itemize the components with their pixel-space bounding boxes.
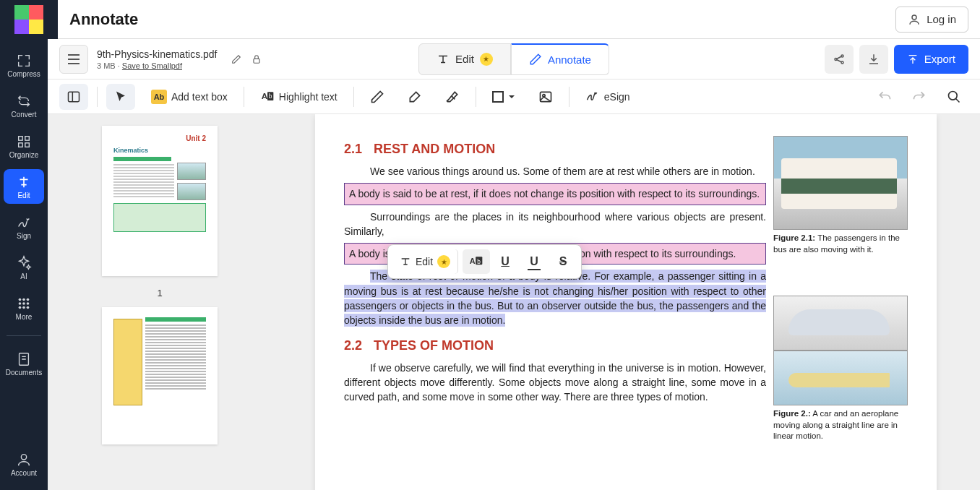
share-button[interactable] xyxy=(825,45,854,74)
nav-edit[interactable]: Edit xyxy=(4,169,44,204)
svg-rect-4 xyxy=(25,142,30,147)
pen-tool[interactable] xyxy=(363,84,392,110)
svg-point-15 xyxy=(21,454,26,459)
nav-account[interactable]: Account xyxy=(4,447,44,481)
top-bar: Annotate Log in xyxy=(0,0,980,39)
svg-point-18 xyxy=(841,55,843,57)
ab-icon: Ab xyxy=(151,90,167,104)
thumb-page-number: 1 xyxy=(157,288,162,298)
svg-point-17 xyxy=(835,58,837,60)
save-link[interactable]: Save to Smallpdf xyxy=(122,61,182,70)
app-logo[interactable] xyxy=(0,0,58,39)
chevron-down-icon xyxy=(508,93,515,100)
thumbnail-page-2[interactable] xyxy=(102,307,218,444)
premium-badge-icon: ★ xyxy=(437,255,450,268)
svg-point-5 xyxy=(19,298,22,301)
float-underline2-button[interactable]: U xyxy=(520,249,548,274)
figure-caption: Figure 2.: A car and an aeroplane moving… xyxy=(773,408,908,442)
figure-image-bus xyxy=(773,136,908,230)
svg-text:A: A xyxy=(470,257,476,265)
menu-button[interactable] xyxy=(59,45,88,74)
svg-point-9 xyxy=(22,302,25,305)
eraser-tool[interactable] xyxy=(438,84,467,110)
paragraph: If we observe carefully, we will find th… xyxy=(344,361,766,405)
text-icon xyxy=(400,256,411,267)
download-button[interactable] xyxy=(859,45,888,74)
file-info: 9th-Physics-kinematics.pdf 3 MB · Save t… xyxy=(97,48,218,70)
nav-sign[interactable]: Sign xyxy=(4,210,44,244)
svg-rect-3 xyxy=(19,142,23,147)
highlighted-box[interactable]: A body is said to be at rest, if it does… xyxy=(344,183,766,205)
paragraph: We see various things around us. Some of… xyxy=(344,164,766,179)
toggle-panel-button[interactable] xyxy=(59,84,88,110)
lock-button[interactable] xyxy=(246,49,267,69)
side-nav: Compress Convert Organize Edit Sign AI M… xyxy=(0,39,48,490)
image-tool[interactable] xyxy=(531,84,560,110)
paragraph: Surroundings are the places in its neigh… xyxy=(344,210,766,239)
highlight-icon: Ab xyxy=(260,90,275,103)
svg-point-10 xyxy=(27,302,30,305)
page-title: Annotate xyxy=(69,10,138,29)
document-page: 2.1 REST AND MOTION We see various thing… xyxy=(315,114,937,490)
tab-edit[interactable]: Edit ★ xyxy=(418,43,511,75)
nav-more[interactable]: More xyxy=(4,291,44,325)
svg-point-7 xyxy=(27,298,30,301)
section-heading: 2.2 TYPES OF MOTION xyxy=(344,338,766,353)
svg-rect-2 xyxy=(25,136,30,140)
file-name: 9th-Physics-kinematics.pdf xyxy=(97,48,218,60)
figure-caption: Figure 2.1: The passengers in the bus ar… xyxy=(773,233,908,255)
float-underline-button[interactable]: U xyxy=(491,249,519,274)
shape-tool[interactable] xyxy=(485,84,523,110)
float-strikethrough-button[interactable]: S xyxy=(549,249,577,274)
svg-point-11 xyxy=(19,306,22,309)
svg-point-13 xyxy=(27,306,30,309)
nav-ai[interactable]: AI xyxy=(4,250,44,285)
nav-organize[interactable]: Organize xyxy=(4,129,44,163)
figure-image-car xyxy=(773,296,908,351)
marker-tool[interactable] xyxy=(400,84,429,110)
section-heading: 2.1 REST AND MOTION xyxy=(344,142,766,157)
nav-compress[interactable]: Compress xyxy=(4,48,44,82)
nav-convert[interactable]: Convert xyxy=(4,88,44,123)
export-button[interactable]: Export xyxy=(894,45,968,74)
page-view[interactable]: 2.1 REST AND MOTION We see various thing… xyxy=(272,114,980,490)
esign-tool[interactable]: eSign xyxy=(578,84,637,110)
tab-annotate[interactable]: Annotate xyxy=(511,43,609,75)
mode-tabs: Edit ★ Annotate xyxy=(418,43,609,75)
nav-documents[interactable]: Documents xyxy=(4,346,44,381)
premium-badge-icon: ★ xyxy=(480,53,493,66)
thumbnail-panel[interactable]: Unit 2 Kinematics xyxy=(48,114,272,490)
redo-button[interactable] xyxy=(905,84,934,110)
square-icon xyxy=(492,91,504,103)
add-text-tool[interactable]: Ab Add text box xyxy=(144,84,235,110)
svg-text:b: b xyxy=(268,93,272,100)
file-meta: 3 MB · Save to Smallpdf xyxy=(97,61,218,70)
undo-button[interactable] xyxy=(870,84,899,110)
float-highlight-button[interactable]: Ab xyxy=(463,249,490,274)
highlight-tool[interactable]: Ab Highlight text xyxy=(253,84,345,110)
svg-point-0 xyxy=(912,15,916,20)
svg-text:A: A xyxy=(261,91,267,100)
login-label: Log in xyxy=(927,13,956,25)
text-icon xyxy=(437,53,450,66)
svg-text:b: b xyxy=(477,258,481,265)
doc-area: Unit 2 Kinematics xyxy=(48,114,980,490)
svg-point-26 xyxy=(949,91,958,100)
sign-icon xyxy=(585,90,600,103)
login-button[interactable]: Log in xyxy=(895,7,968,33)
cursor-tool[interactable] xyxy=(106,84,135,110)
svg-rect-1 xyxy=(19,136,23,140)
thumbnail-page-1[interactable]: Unit 2 Kinematics xyxy=(102,126,218,276)
file-bar: 9th-Physics-kinematics.pdf 3 MB · Save t… xyxy=(48,39,980,79)
pencil-icon xyxy=(529,53,542,66)
svg-rect-16 xyxy=(253,59,259,63)
svg-rect-20 xyxy=(69,92,79,101)
search-button[interactable] xyxy=(940,84,968,110)
svg-point-19 xyxy=(841,61,843,64)
svg-point-8 xyxy=(19,302,22,305)
float-edit-button[interactable]: Edit ★ xyxy=(392,249,458,274)
svg-point-6 xyxy=(22,298,25,301)
svg-point-12 xyxy=(22,306,25,309)
upload-icon xyxy=(907,53,919,65)
rename-button[interactable] xyxy=(226,49,246,69)
